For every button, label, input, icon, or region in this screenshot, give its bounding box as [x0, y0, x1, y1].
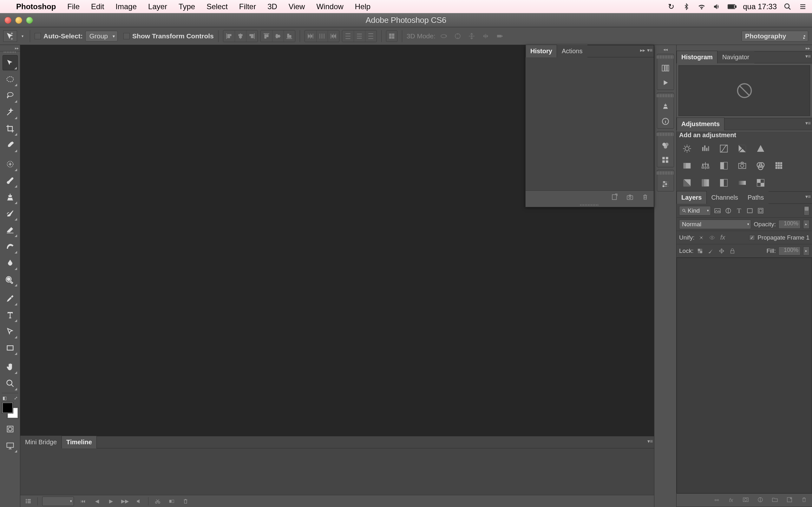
- lock-position-icon[interactable]: [717, 247, 726, 255]
- auto-select-checkbox[interactable]: Auto-Select:: [35, 32, 83, 40]
- layer-filter-kind-select[interactable]: Kind: [679, 206, 711, 216]
- threshold-icon[interactable]: [718, 177, 730, 189]
- filter-toggle-switch[interactable]: [804, 206, 809, 216]
- zoom-window-button[interactable]: [26, 17, 33, 24]
- type-tool[interactable]: [3, 307, 18, 323]
- bottom-panel-menu-icon[interactable]: ▾≡: [647, 438, 653, 444]
- color-lookup-icon[interactable]: [773, 160, 785, 172]
- align-center-h-icon[interactable]: [235, 31, 246, 42]
- tab-timeline[interactable]: Timeline: [61, 436, 97, 448]
- swap-colors-icon[interactable]: ⤢: [14, 395, 18, 400]
- filter-adjustment-icon[interactable]: [724, 207, 732, 215]
- photo-filter-icon[interactable]: [736, 160, 748, 172]
- menu-layer[interactable]: Layer: [142, 2, 173, 11]
- align-left-icon[interactable]: [223, 31, 235, 42]
- distribute-top-icon[interactable]: [342, 31, 354, 42]
- create-snapshot-icon[interactable]: [626, 193, 634, 201]
- timeline-body[interactable]: [20, 448, 654, 495]
- menu-select[interactable]: Select: [201, 2, 234, 11]
- opacity-input[interactable]: 100%: [778, 220, 801, 229]
- delete-clip-icon[interactable]: [181, 497, 190, 506]
- brightness-contrast-icon[interactable]: [681, 143, 693, 155]
- volume-icon[interactable]: [712, 3, 721, 10]
- curves-icon[interactable]: [718, 143, 730, 155]
- tab-histogram[interactable]: Histogram: [676, 51, 717, 63]
- adjustments-menu-icon[interactable]: ▾≡: [805, 120, 811, 126]
- layers-list[interactable]: [676, 258, 812, 493]
- color-balance-icon[interactable]: [699, 160, 711, 172]
- quick-mask-tool[interactable]: [3, 421, 18, 437]
- clone-source-icon[interactable]: [660, 101, 671, 112]
- tab-navigator[interactable]: Navigator: [717, 51, 754, 63]
- filter-pixel-icon[interactable]: [713, 207, 722, 215]
- color-swatches[interactable]: [2, 402, 18, 418]
- new-group-icon[interactable]: [771, 497, 779, 504]
- dodge-tool[interactable]: [3, 272, 18, 287]
- distribute-bottom-icon[interactable]: [365, 31, 376, 42]
- close-window-button[interactable]: [4, 17, 11, 24]
- crop-tool[interactable]: [3, 121, 18, 136]
- go-to-first-frame-icon[interactable]: ⏮: [78, 497, 88, 506]
- fill-input[interactable]: 100%: [778, 246, 801, 256]
- menu-view[interactable]: View: [283, 2, 311, 11]
- exposure-icon[interactable]: [736, 143, 748, 155]
- minimize-window-button[interactable]: [15, 17, 22, 24]
- menu-edit[interactable]: Edit: [85, 2, 110, 11]
- audio-mute-icon[interactable]: [134, 497, 144, 506]
- fill-scrubber[interactable]: ▸: [803, 246, 809, 256]
- tab-history[interactable]: History: [525, 45, 557, 57]
- propagate-checkbox[interactable]: ✓: [749, 235, 755, 240]
- current-tool-icon[interactable]: [3, 31, 17, 42]
- delete-state-icon[interactable]: [641, 193, 649, 201]
- battery-icon[interactable]: [728, 3, 737, 10]
- channel-mixer-icon[interactable]: [755, 160, 767, 172]
- menu-help[interactable]: Help: [349, 2, 376, 11]
- black-white-icon[interactable]: [718, 160, 730, 172]
- menu-image[interactable]: Image: [110, 2, 142, 11]
- tab-mini-bridge[interactable]: Mini Bridge: [20, 436, 61, 448]
- timeline-options-icon[interactable]: [23, 497, 33, 506]
- menu-filter[interactable]: Filter: [234, 2, 262, 11]
- timeline-time-select[interactable]: [42, 497, 74, 506]
- prev-frame-icon[interactable]: ◀: [92, 497, 102, 506]
- gradient-map-icon[interactable]: [736, 177, 748, 189]
- new-layer-icon[interactable]: [785, 497, 794, 504]
- 3d-pan-icon[interactable]: [466, 31, 477, 42]
- filter-type-icon[interactable]: T: [735, 207, 743, 215]
- lock-pixels-icon[interactable]: [707, 247, 715, 255]
- gradient-tool[interactable]: [3, 239, 18, 254]
- show-transform-checkbox[interactable]: Show Transform Controls: [123, 32, 214, 40]
- align-top-icon[interactable]: [261, 31, 272, 42]
- selective-color-icon[interactable]: [755, 177, 767, 189]
- history-brush-tool[interactable]: [3, 206, 18, 221]
- tab-channels[interactable]: Channels: [707, 191, 743, 204]
- tab-adjustments[interactable]: Adjustments: [676, 118, 724, 130]
- blur-tool[interactable]: [3, 256, 18, 271]
- posterize-icon[interactable]: [699, 177, 711, 189]
- next-frame-icon[interactable]: ▶▶: [120, 497, 130, 506]
- layers-menu-icon[interactable]: ▾≡: [805, 193, 811, 200]
- add-mask-icon[interactable]: [742, 497, 750, 504]
- bluetooth-icon[interactable]: [682, 3, 691, 10]
- filter-shape-icon[interactable]: [746, 207, 754, 215]
- tab-layers[interactable]: Layers: [676, 191, 707, 204]
- history-list[interactable]: [525, 57, 654, 190]
- lock-transparency-icon[interactable]: [696, 247, 704, 255]
- zoom-tool[interactable]: [3, 376, 18, 391]
- link-layers-icon[interactable]: ⚯: [712, 497, 721, 503]
- unify-visibility-icon[interactable]: [708, 233, 716, 242]
- pen-tool[interactable]: [3, 291, 18, 306]
- new-adjustment-layer-icon[interactable]: [756, 497, 764, 504]
- styles-panel-icon[interactable]: [660, 154, 671, 166]
- auto-select-target-select[interactable]: Group: [85, 31, 118, 42]
- clone-stamp-tool[interactable]: [3, 189, 18, 205]
- hue-saturation-icon[interactable]: [681, 160, 693, 172]
- menu-type[interactable]: Type: [173, 2, 201, 11]
- lasso-tool[interactable]: [3, 88, 18, 103]
- menu-window[interactable]: Window: [310, 2, 349, 11]
- timemachine-icon[interactable]: ↻: [667, 2, 676, 11]
- 3d-rotate-icon[interactable]: [438, 31, 450, 42]
- unify-position-icon[interactable]: [697, 233, 705, 242]
- transition-icon[interactable]: [167, 497, 176, 506]
- distribute-left-icon[interactable]: [305, 31, 316, 42]
